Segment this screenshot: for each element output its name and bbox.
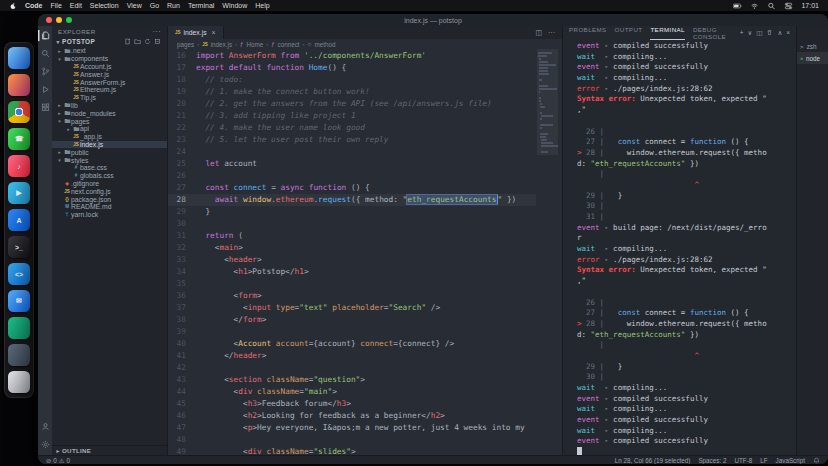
code-line[interactable]: 25 let account bbox=[168, 158, 536, 170]
code-line[interactable]: 23 // 5. let the user post their own rep… bbox=[168, 134, 536, 146]
menu-terminal[interactable]: Terminal bbox=[188, 2, 214, 9]
code-line[interactable]: 31 return ( bbox=[168, 230, 536, 242]
panel-tab-output[interactable]: OUTPUT bbox=[615, 26, 643, 40]
maximize-panel-icon[interactable]: ∧ bbox=[777, 29, 782, 37]
new-file-icon[interactable] bbox=[124, 38, 131, 45]
tree-item-lib[interactable]: ▸lib bbox=[52, 102, 167, 110]
breadcrumb-item[interactable]: method bbox=[314, 41, 335, 48]
status-item-ln[interactable]: Ln 28, Col 66 (19 selected) bbox=[615, 457, 691, 464]
breadcrumb-item[interactable]: pages bbox=[177, 41, 194, 48]
dock-icon-chatgpt[interactable] bbox=[8, 317, 30, 339]
status-item-javascript[interactable]: JavaScript bbox=[776, 457, 805, 464]
terminal-session-node[interactable]: ●node bbox=[797, 52, 828, 64]
code-line[interactable]: 46 <h2>Looking for feedback as a beginne… bbox=[168, 410, 536, 422]
code-line[interactable]: 28 await window.ethereum.request({ metho… bbox=[168, 194, 536, 206]
run-debug-icon[interactable] bbox=[38, 84, 52, 95]
breadcrumb[interactable]: pages›JSindex.js›ƒHome›ƒconnect›◇method bbox=[168, 39, 562, 49]
code-line[interactable]: 26 bbox=[168, 170, 536, 182]
code-line[interactable]: 40 <Account account={account} connect={c… bbox=[168, 338, 536, 350]
tree-item-readme-md[interactable]: MREADME.md bbox=[52, 203, 167, 211]
tree-item-tip-js[interactable]: JSTip.js bbox=[52, 94, 167, 102]
search-icon[interactable] bbox=[38, 48, 52, 59]
new-terminal-icon[interactable]: + bbox=[740, 29, 744, 36]
tree-item-api[interactable]: ▸api bbox=[52, 125, 167, 133]
tree-item--gitignore[interactable]: ◆.gitignore bbox=[52, 180, 167, 188]
minimize-window-button[interactable] bbox=[56, 17, 62, 23]
menu-edit[interactable]: Edit bbox=[70, 2, 82, 9]
dock-icon-mail[interactable]: ✉ bbox=[8, 290, 30, 312]
tree-item-index-js[interactable]: JSindex.js bbox=[52, 141, 167, 149]
tree-item-answerform-js[interactable]: JSAnswerForm.js bbox=[52, 78, 167, 86]
code-line[interactable]: 22 // 4. make the user name look good bbox=[168, 122, 536, 134]
dock-icon-terminal[interactable]: >_ bbox=[8, 236, 30, 258]
tree-item-base-css[interactable]: #base.css bbox=[52, 164, 167, 172]
code-line[interactable]: 39 bbox=[168, 326, 536, 338]
menu-go[interactable]: Go bbox=[150, 2, 159, 9]
tree-item--next[interactable]: ▸.next bbox=[52, 47, 167, 55]
apple-menu-icon[interactable] bbox=[9, 2, 17, 10]
code-line[interactable]: 44 <div className="main"> bbox=[168, 386, 536, 398]
code-line[interactable]: 16import AnswerForm from '../components/… bbox=[168, 50, 536, 62]
code-line[interactable]: 20 // 2. get the answers from the API (s… bbox=[168, 98, 536, 110]
settings-icon[interactable] bbox=[38, 439, 52, 450]
menu-selection[interactable]: Selection bbox=[90, 2, 119, 9]
dock-icon-trash[interactable] bbox=[8, 371, 30, 393]
code-line[interactable]: 37 <input type="text" placeholder="Searc… bbox=[168, 302, 536, 314]
status-item-lf[interactable]: LF bbox=[760, 457, 767, 464]
dock-icon-docker[interactable] bbox=[8, 344, 30, 366]
terminal-dropdown-icon[interactable]: ∨ bbox=[748, 29, 753, 37]
code-line[interactable]: 45 <h3>Feedback forum</h3> bbox=[168, 398, 536, 410]
explorer-icon[interactable] bbox=[38, 30, 52, 41]
code-line[interactable]: 33 <header> bbox=[168, 254, 536, 266]
code-line[interactable]: 48 bbox=[168, 434, 536, 446]
problems-status[interactable]: ⊘ 0 ⚠ 0 bbox=[46, 457, 70, 464]
code-line[interactable]: 38 </form> bbox=[168, 314, 536, 326]
code-line[interactable]: 29 } bbox=[168, 206, 536, 218]
tree-item-styles[interactable]: ▾styles bbox=[52, 156, 167, 164]
dock-icon-music[interactable]: ♪ bbox=[8, 155, 30, 177]
battery-icon[interactable] bbox=[733, 2, 742, 10]
window-titlebar[interactable]: index.js — potstop bbox=[38, 14, 828, 26]
code-line[interactable]: 42 bbox=[168, 362, 536, 374]
tree-item-pages[interactable]: ▾pages bbox=[52, 117, 167, 125]
refresh-icon[interactable] bbox=[144, 38, 151, 45]
panel-tab-problems[interactable]: PROBLEMS bbox=[569, 26, 607, 40]
tab-index-js[interactable]: JS index.js × bbox=[168, 26, 224, 39]
breadcrumb-item[interactable]: connect bbox=[278, 41, 300, 48]
close-panel-icon[interactable]: × bbox=[786, 29, 790, 36]
status-item-spaces[interactable]: Spaces: 2 bbox=[698, 457, 726, 464]
code-line[interactable]: 19 // 1. make the connect button work! bbox=[168, 86, 536, 98]
tree-item-public[interactable]: ▸public bbox=[52, 148, 167, 156]
extensions-icon[interactable] bbox=[38, 102, 52, 113]
status-item-utf-8[interactable]: UTF-8 bbox=[734, 457, 752, 464]
source-control-icon[interactable] bbox=[38, 66, 52, 77]
code-line[interactable]: 35 bbox=[168, 278, 536, 290]
breadcrumb-item[interactable]: Home bbox=[246, 41, 263, 48]
dock-icon-telegram[interactable]: ▶ bbox=[8, 182, 30, 204]
close-tab-icon[interactable]: × bbox=[212, 29, 216, 36]
control-center-icon[interactable] bbox=[784, 2, 793, 10]
dock-icon-firefox[interactable] bbox=[8, 74, 30, 96]
dock-icon-whatsapp[interactable]: ☎ bbox=[8, 128, 30, 150]
menu-run[interactable]: Run bbox=[167, 2, 180, 9]
dock-icon-app-store[interactable]: A bbox=[8, 209, 30, 231]
notifications-bell-icon[interactable] bbox=[813, 457, 820, 464]
terminal-output[interactable]: event - compiled successfullywait - comp… bbox=[563, 39, 796, 455]
menubar-clock[interactable]: 17:01 bbox=[801, 2, 819, 9]
kill-terminal-icon[interactable] bbox=[766, 29, 773, 36]
tree-item-next-config-js[interactable]: JSnext.config.js bbox=[52, 187, 167, 195]
outline-section[interactable]: ▸ OUTLINE bbox=[52, 445, 167, 455]
code-line[interactable]: 32 <main> bbox=[168, 242, 536, 254]
code-line[interactable]: 34 <h1>Potstop</h1> bbox=[168, 266, 536, 278]
code-line[interactable]: 43 <section className="question"> bbox=[168, 374, 536, 386]
code-line[interactable]: 30 bbox=[168, 218, 536, 230]
close-window-button[interactable] bbox=[46, 17, 52, 23]
code-line[interactable]: 49 <div className="slides"> bbox=[168, 446, 536, 455]
code-line[interactable]: 18 // todo: bbox=[168, 74, 536, 86]
code-line[interactable]: 47 <p>Hey everyone, I&apos;m a new potte… bbox=[168, 422, 536, 434]
tree-item-package-json[interactable]: {}package.json bbox=[52, 195, 167, 203]
code-line[interactable]: 24 bbox=[168, 146, 536, 158]
breadcrumb-item[interactable]: index.js bbox=[211, 41, 232, 48]
editor-code[interactable]: 16import AnswerForm from '../components/… bbox=[168, 49, 536, 455]
terminal-session-zsh[interactable]: >zsh bbox=[797, 40, 828, 52]
